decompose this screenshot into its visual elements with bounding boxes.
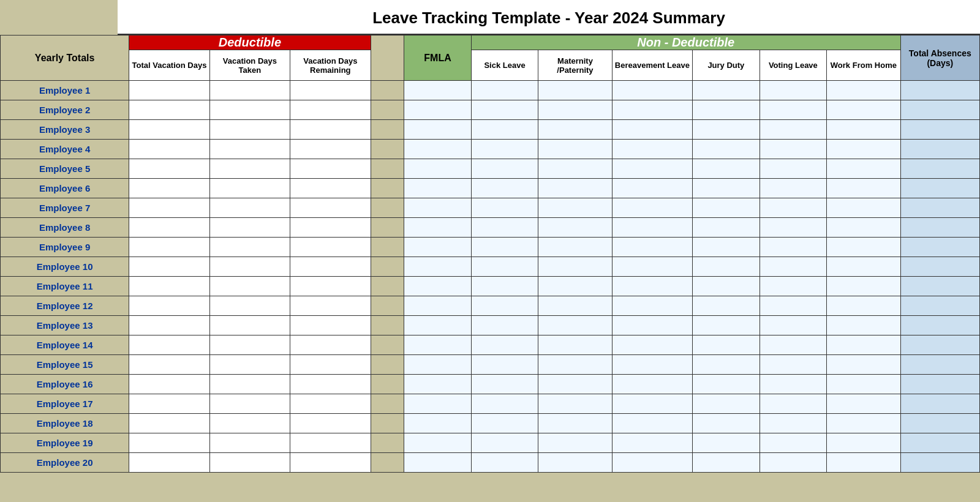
- fmla-data-cell[interactable]: [404, 414, 472, 433]
- non-deductible-data-cell[interactable]: [612, 453, 692, 473]
- non-deductible-data-cell[interactable]: [471, 198, 538, 218]
- non-deductible-data-cell[interactable]: [693, 198, 760, 218]
- non-deductible-data-cell[interactable]: [538, 257, 612, 277]
- non-deductible-data-cell[interactable]: [693, 453, 760, 473]
- deductible-data-cell[interactable]: [209, 277, 290, 296]
- non-deductible-data-cell[interactable]: [612, 198, 692, 218]
- non-deductible-data-cell[interactable]: [827, 296, 901, 316]
- deductible-data-cell[interactable]: [290, 355, 371, 375]
- fmla-data-cell[interactable]: [404, 218, 472, 238]
- non-deductible-data-cell[interactable]: [612, 375, 692, 394]
- non-deductible-data-cell[interactable]: [760, 81, 827, 100]
- non-deductible-data-cell[interactable]: [612, 257, 692, 277]
- fmla-data-cell[interactable]: [404, 257, 472, 277]
- non-deductible-data-cell[interactable]: [693, 159, 760, 179]
- deductible-data-cell[interactable]: [129, 296, 209, 316]
- fmla-data-cell[interactable]: [404, 316, 472, 335]
- non-deductible-data-cell[interactable]: [471, 433, 538, 453]
- total-absences-data-cell[interactable]: [900, 414, 979, 433]
- non-deductible-data-cell[interactable]: [612, 140, 692, 159]
- non-deductible-data-cell[interactable]: [538, 120, 612, 140]
- deductible-data-cell[interactable]: [290, 394, 371, 414]
- deductible-data-cell[interactable]: [290, 433, 371, 453]
- total-absences-data-cell[interactable]: [900, 433, 979, 453]
- non-deductible-data-cell[interactable]: [538, 453, 612, 473]
- fmla-data-cell[interactable]: [404, 238, 472, 257]
- non-deductible-data-cell[interactable]: [760, 159, 827, 179]
- non-deductible-data-cell[interactable]: [693, 316, 760, 335]
- deductible-data-cell[interactable]: [290, 316, 371, 335]
- non-deductible-data-cell[interactable]: [827, 335, 901, 355]
- deductible-data-cell[interactable]: [290, 120, 371, 140]
- non-deductible-data-cell[interactable]: [693, 433, 760, 453]
- deductible-data-cell[interactable]: [290, 198, 371, 218]
- non-deductible-data-cell[interactable]: [760, 179, 827, 198]
- non-deductible-data-cell[interactable]: [693, 140, 760, 159]
- non-deductible-data-cell[interactable]: [538, 140, 612, 159]
- total-absences-data-cell[interactable]: [900, 179, 979, 198]
- non-deductible-data-cell[interactable]: [538, 198, 612, 218]
- non-deductible-data-cell[interactable]: [760, 433, 827, 453]
- deductible-data-cell[interactable]: [209, 238, 290, 257]
- non-deductible-data-cell[interactable]: [693, 296, 760, 316]
- non-deductible-data-cell[interactable]: [827, 198, 901, 218]
- non-deductible-data-cell[interactable]: [693, 179, 760, 198]
- non-deductible-data-cell[interactable]: [612, 100, 692, 120]
- deductible-data-cell[interactable]: [290, 296, 371, 316]
- non-deductible-data-cell[interactable]: [538, 375, 612, 394]
- non-deductible-data-cell[interactable]: [612, 277, 692, 296]
- total-absences-data-cell[interactable]: [900, 394, 979, 414]
- total-absences-data-cell[interactable]: [900, 335, 979, 355]
- non-deductible-data-cell[interactable]: [471, 159, 538, 179]
- deductible-data-cell[interactable]: [129, 198, 209, 218]
- fmla-data-cell[interactable]: [404, 159, 472, 179]
- non-deductible-data-cell[interactable]: [612, 159, 692, 179]
- deductible-data-cell[interactable]: [290, 81, 371, 100]
- deductible-data-cell[interactable]: [290, 257, 371, 277]
- non-deductible-data-cell[interactable]: [538, 81, 612, 100]
- total-absences-data-cell[interactable]: [900, 453, 979, 473]
- fmla-data-cell[interactable]: [404, 81, 472, 100]
- non-deductible-data-cell[interactable]: [827, 257, 901, 277]
- non-deductible-data-cell[interactable]: [471, 335, 538, 355]
- deductible-data-cell[interactable]: [290, 335, 371, 355]
- non-deductible-data-cell[interactable]: [760, 198, 827, 218]
- deductible-data-cell[interactable]: [209, 316, 290, 335]
- deductible-data-cell[interactable]: [209, 433, 290, 453]
- non-deductible-data-cell[interactable]: [693, 100, 760, 120]
- deductible-data-cell[interactable]: [209, 120, 290, 140]
- deductible-data-cell[interactable]: [129, 433, 209, 453]
- non-deductible-data-cell[interactable]: [471, 120, 538, 140]
- total-absences-data-cell[interactable]: [900, 355, 979, 375]
- non-deductible-data-cell[interactable]: [612, 414, 692, 433]
- non-deductible-data-cell[interactable]: [827, 159, 901, 179]
- non-deductible-data-cell[interactable]: [693, 277, 760, 296]
- total-absences-data-cell[interactable]: [900, 159, 979, 179]
- non-deductible-data-cell[interactable]: [612, 179, 692, 198]
- deductible-data-cell[interactable]: [209, 81, 290, 100]
- non-deductible-data-cell[interactable]: [827, 140, 901, 159]
- non-deductible-data-cell[interactable]: [693, 120, 760, 140]
- non-deductible-data-cell[interactable]: [827, 453, 901, 473]
- deductible-data-cell[interactable]: [129, 414, 209, 433]
- non-deductible-data-cell[interactable]: [538, 159, 612, 179]
- fmla-data-cell[interactable]: [404, 335, 472, 355]
- non-deductible-data-cell[interactable]: [760, 394, 827, 414]
- non-deductible-data-cell[interactable]: [471, 394, 538, 414]
- non-deductible-data-cell[interactable]: [471, 375, 538, 394]
- total-absences-data-cell[interactable]: [900, 257, 979, 277]
- deductible-data-cell[interactable]: [290, 179, 371, 198]
- deductible-data-cell[interactable]: [129, 316, 209, 335]
- total-absences-data-cell[interactable]: [900, 296, 979, 316]
- deductible-data-cell[interactable]: [129, 277, 209, 296]
- fmla-data-cell[interactable]: [404, 140, 472, 159]
- deductible-data-cell[interactable]: [129, 120, 209, 140]
- non-deductible-data-cell[interactable]: [693, 238, 760, 257]
- non-deductible-data-cell[interactable]: [471, 179, 538, 198]
- deductible-data-cell[interactable]: [129, 218, 209, 238]
- total-absences-data-cell[interactable]: [900, 277, 979, 296]
- deductible-data-cell[interactable]: [129, 335, 209, 355]
- fmla-data-cell[interactable]: [404, 453, 472, 473]
- non-deductible-data-cell[interactable]: [538, 355, 612, 375]
- non-deductible-data-cell[interactable]: [693, 218, 760, 238]
